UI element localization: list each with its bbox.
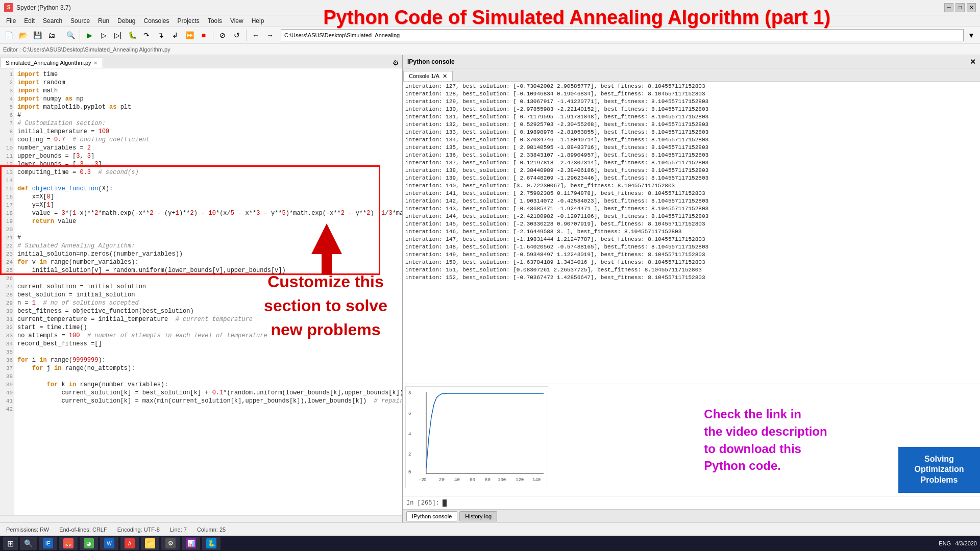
horizontal-scrollbar[interactable]	[0, 515, 402, 522]
back-button[interactable]: ←	[249, 29, 262, 42]
console-line: interation: 137, best_solution: [ 0.1219…	[405, 159, 978, 167]
interrupt-button[interactable]: ⊘	[216, 29, 229, 42]
tray-lang: ENG	[939, 540, 951, 546]
save-all-button[interactable]: 🗂	[45, 29, 58, 42]
taskbar-icon-folder[interactable]: 📁	[141, 537, 159, 550]
path-input[interactable]	[281, 29, 964, 41]
console-close-icon[interactable]: ✕	[443, 73, 447, 79]
svg-text:80: 80	[485, 478, 491, 483]
menu-source[interactable]: Source	[66, 16, 94, 26]
console-line: interation: 145, best_solution: [-2.3033…	[405, 220, 978, 228]
svg-text:60: 60	[470, 478, 475, 483]
new-file-button[interactable]: 📄	[2, 29, 15, 42]
taskbar-icon-word[interactable]: W	[100, 537, 118, 550]
chart-area: 8 6 4 2 0 -2 0 20 40 60 80 100 120 140	[403, 384, 980, 496]
code-editor[interactable]: import time import random import math im…	[14, 68, 402, 515]
path-go-button[interactable]: ▼	[965, 29, 978, 42]
start-button[interactable]: ⊞	[3, 537, 18, 550]
console-line: interation: 146, best_solution: [-2.1644…	[405, 228, 978, 236]
app-icon: S	[4, 3, 13, 12]
run-cell-adv-button[interactable]: ▷|	[111, 29, 125, 42]
taskbar-icon-ie[interactable]: IE	[39, 537, 57, 550]
menu-view[interactable]: View	[226, 16, 248, 26]
history-log-tab[interactable]: History log	[459, 511, 497, 521]
open-file-button[interactable]: 📂	[16, 29, 30, 42]
menu-consoles[interactable]: Consoles	[139, 16, 173, 26]
taskbar-icon-chrome[interactable]: ◕	[80, 537, 98, 550]
editor-settings-icon[interactable]: ⚙	[389, 58, 402, 68]
restart-button[interactable]: ↺	[230, 29, 243, 42]
ipython-tabs: Console 1/A ✕	[403, 68, 980, 82]
step-button[interactable]: ↷	[140, 29, 153, 42]
tab-close-icon[interactable]: ✕	[93, 60, 97, 66]
minimize-button[interactable]: ─	[944, 3, 953, 12]
editor-path-bar: Editor : C:\Users\ASUS\Desktop\Simulated…	[0, 44, 980, 55]
taskbar: ⊞ 🔍 IE 🦊 ◕ W A 📁 ⚙ 📊 🐍 ENG 4/3/2020	[0, 536, 980, 551]
find-button[interactable]: 🔍	[64, 29, 77, 42]
debug-button[interactable]: 🐛	[126, 29, 139, 42]
console-line: interation: 139, best_solution: [ 2.6744…	[405, 174, 978, 182]
console-line: interation: 143, best_solution: [-0.4368…	[405, 205, 978, 213]
title-bar: S Spyder (Python 3.7) ─ □ ✕ Python Code …	[0, 0, 980, 15]
close-button[interactable]: ✕	[967, 3, 976, 12]
console-line: interation: 150, best_solution: [-1.6378…	[405, 259, 978, 266]
ipython-panel: IPython console ✕ Console 1/A ✕ interati…	[403, 55, 980, 522]
menu-edit[interactable]: Edit	[20, 16, 39, 26]
console-line: interation: 151, best_solution: [0.08307…	[405, 266, 978, 274]
svg-text:0: 0	[424, 478, 426, 483]
taskbar-icon-pdf[interactable]: A	[120, 537, 139, 550]
ipython-close-icon[interactable]: ✕	[970, 58, 976, 66]
line-status: Line: 7	[170, 527, 187, 533]
taskbar-icon-app2[interactable]: 🐍	[202, 537, 220, 550]
toolbar-separator4	[246, 30, 247, 41]
console-line: interation: 147, best_solution: [-1.1983…	[405, 236, 978, 243]
console-line: interation: 152, best_solution: [-0.7036…	[405, 274, 978, 282]
status-bar: Permissions: RW End-of-lines: CRLF Encod…	[0, 522, 980, 536]
maximize-button[interactable]: □	[955, 3, 965, 12]
console-line: interation: 136, best_solution: [ 2.3384…	[405, 152, 978, 159]
run-button[interactable]: ▶	[83, 29, 96, 42]
save-button[interactable]: 💾	[31, 29, 44, 42]
svg-text:4: 4	[408, 432, 411, 437]
system-tray: ENG 4/3/2020	[939, 540, 977, 546]
menu-file[interactable]: File	[2, 16, 20, 26]
console-line: interation: 134, best_solution: [ 0.3703…	[405, 136, 978, 144]
svg-text:20: 20	[439, 478, 445, 483]
ipython-console-tab[interactable]: IPython console	[406, 511, 457, 521]
menu-tools[interactable]: Tools	[204, 16, 226, 26]
taskbar-icon-gear[interactable]: ⚙	[161, 537, 180, 550]
console-line: interation: 141, best_solution: [ 2.7590…	[405, 190, 978, 197]
encoding-status: Encoding: UTF-8	[117, 527, 160, 533]
toolbar-separator2	[80, 30, 80, 41]
search-taskbar-button[interactable]: 🔍	[20, 537, 37, 550]
svg-text:0: 0	[408, 470, 411, 475]
console-line: interation: 132, best_solution: [ 0.5292…	[405, 121, 978, 129]
menu-projects[interactable]: Projects	[174, 16, 204, 26]
fitness-chart: 8 6 4 2 0 -2 0 20 40 60 80 100 120 140	[406, 387, 549, 489]
editor-panel: Simulated_Annealing Algorithm.py ✕ ⚙ 123…	[0, 55, 403, 522]
step-into-button[interactable]: ↴	[154, 29, 167, 42]
continue-button[interactable]: ⏩	[183, 29, 196, 42]
forward-button[interactable]: →	[263, 29, 277, 42]
console-lines: interation: 127, best_solution: [-0.7304…	[405, 83, 978, 282]
console-output: interation: 127, best_solution: [-0.7304…	[403, 82, 980, 384]
svg-text:2: 2	[408, 452, 411, 457]
stop-button[interactable]: ■	[197, 29, 210, 42]
chart-container: 8 6 4 2 0 -2 0 20 40 60 80 100 120 140	[405, 386, 548, 488]
editor-tab-file[interactable]: Simulated_Annealing Algorithm.py ✕	[0, 58, 103, 68]
console-line: interation: 128, best_solution: [-0.1094…	[405, 90, 978, 98]
input-line: In [265]:	[403, 496, 980, 509]
console-line: interation: 142, best_solution: [ 1.9031…	[405, 197, 978, 205]
taskbar-icon-app1[interactable]: 📊	[182, 537, 200, 550]
step-return-button[interactable]: ↲	[168, 29, 182, 42]
menu-run[interactable]: Run	[94, 16, 113, 26]
ipython-header: IPython console ✕	[403, 55, 980, 68]
console-line: interation: 133, best_solution: [ 0.1989…	[405, 129, 978, 136]
run-cell-button[interactable]: ▷	[97, 29, 110, 42]
eol-status: End-of-lines: CRLF	[59, 527, 107, 533]
console-tab[interactable]: Console 1/A ✕	[403, 71, 453, 81]
menu-debug[interactable]: Debug	[113, 16, 139, 26]
taskbar-icon-ff[interactable]: 🦊	[59, 537, 78, 550]
menu-search[interactable]: Search	[39, 16, 66, 26]
menu-help[interactable]: Help	[248, 16, 268, 26]
